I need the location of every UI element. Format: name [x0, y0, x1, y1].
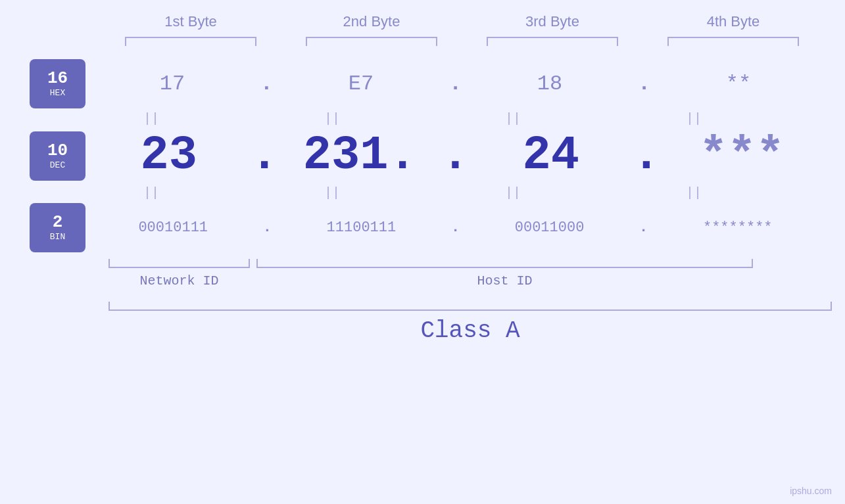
hex-badge: 16 HEX	[30, 59, 85, 108]
hex-byte-3: 18	[477, 72, 622, 96]
bin-byte-3: 00011000	[477, 219, 622, 236]
watermark: ipshu.com	[790, 486, 832, 496]
dec-byte-2: 231.	[287, 129, 432, 183]
hex-dot-3: .	[638, 72, 650, 96]
bin-dot-3: .	[639, 219, 648, 236]
hex-dot-2: .	[449, 72, 462, 96]
network-id-label: Network ID	[109, 273, 250, 288]
equals-row-2: || || || ||	[61, 185, 785, 200]
dec-byte-4: ***	[669, 129, 814, 183]
host-id-label: Host ID	[256, 273, 753, 288]
network-bracket	[109, 259, 250, 268]
eq-1: ||	[79, 111, 224, 126]
eq2-1: ||	[79, 185, 224, 200]
hex-badge-number: 16	[47, 70, 68, 87]
hex-byte-4: **	[666, 72, 811, 96]
dec-dot-2: .	[441, 129, 470, 183]
byte-headers: 1st Byte 2nd Byte 3rd Byte 4th Byte	[101, 13, 824, 30]
eq2-3: ||	[441, 185, 585, 200]
top-brackets	[101, 37, 824, 46]
bin-badge: 2 BIN	[30, 203, 85, 252]
bin-dot-1: .	[263, 219, 272, 236]
hex-badge-label: HEX	[50, 88, 65, 98]
eq2-4: ||	[621, 185, 766, 200]
eq-4: ||	[621, 111, 766, 126]
bracket-2	[306, 37, 437, 46]
byte-header-1: 1st Byte	[118, 13, 263, 30]
bracket-4	[667, 37, 799, 46]
hex-dot-1: .	[260, 72, 273, 96]
dec-byte-3: 24	[479, 129, 623, 183]
host-bracket	[256, 259, 753, 268]
hex-byte-1: 17	[100, 72, 245, 96]
dec-badge-label: DEC	[50, 160, 65, 170]
bin-row: 2 BIN 00010111 . 11100111 . 00011000 . *…	[0, 203, 845, 252]
bin-byte-2: 11100111	[289, 219, 433, 236]
byte-header-4: 4th Byte	[661, 13, 806, 30]
dec-byte-1: 23	[97, 129, 241, 183]
eq2-2: ||	[260, 185, 404, 200]
dec-dot-1: .	[250, 129, 278, 183]
bin-badge-label: BIN	[50, 232, 65, 242]
hex-byte-2: E7	[289, 72, 433, 96]
main-container: 1st Byte 2nd Byte 3rd Byte 4th Byte 16 H…	[0, 0, 845, 504]
hex-bytes: 17 . E7 . 18 . **	[92, 72, 845, 96]
dec-row: 10 DEC 23 . 231. . 24 . ***	[0, 129, 845, 183]
dec-bytes: 23 . 231. . 24 . ***	[92, 129, 845, 183]
bin-bytes: 00010111 . 11100111 . 00011000 . *******…	[92, 219, 845, 236]
dec-dot-3: .	[632, 129, 660, 183]
byte-header-3: 3rd Byte	[480, 13, 625, 30]
eq-3: ||	[441, 111, 585, 126]
class-section: Class A	[109, 302, 832, 344]
dec-badge: 10 DEC	[30, 131, 85, 181]
dec-badge-number: 10	[47, 142, 68, 159]
bin-byte-4: ********	[665, 219, 810, 236]
class-bracket	[109, 302, 832, 311]
bottom-section: Network ID Host ID	[109, 259, 832, 288]
bottom-brackets	[109, 259, 832, 268]
equals-row-1: || || || ||	[61, 111, 785, 126]
byte-header-2: 2nd Byte	[299, 13, 444, 30]
bracket-1	[125, 37, 256, 46]
bin-badge-number: 2	[53, 214, 63, 231]
bin-dot-2: .	[451, 219, 460, 236]
bracket-3	[487, 37, 618, 46]
bottom-labels: Network ID Host ID	[109, 273, 832, 288]
bin-byte-1: 00010111	[101, 219, 245, 236]
eq-2: ||	[260, 111, 404, 126]
class-label: Class A	[109, 317, 832, 344]
hex-row: 16 HEX 17 . E7 . 18 . **	[0, 59, 845, 108]
